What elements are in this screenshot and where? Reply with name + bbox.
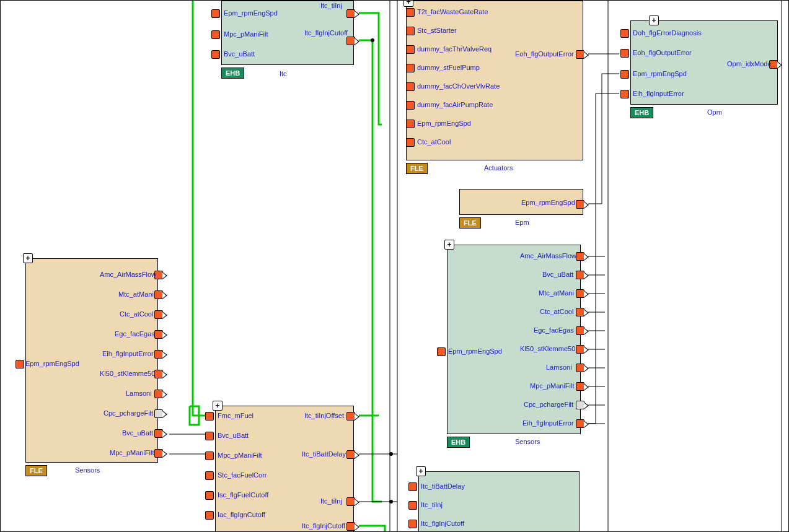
port-icon[interactable] [576,252,584,261]
port-icon[interactable] [205,432,214,440]
port-label: Bvc_uBatt [224,50,255,58]
port-icon[interactable] [211,30,220,39]
port-icon[interactable] [576,364,584,372]
port-label: Epm_rpmEngSpd [25,360,79,367]
port-icon[interactable] [406,8,415,17]
port-icon[interactable] [576,382,584,391]
port-icon[interactable] [346,9,355,18]
expand-button[interactable]: + [649,15,659,25]
port-label: Itc_tiBattDelay [302,450,346,458]
port-label: Itc_flgInjCutoff [302,522,345,530]
label-opm: Opm [707,108,722,116]
svg-point-15 [389,452,393,456]
port-label: Eih_flgInputError [102,350,154,357]
tag-fle-sensors: FLE [25,465,47,476]
port-icon[interactable] [620,70,629,79]
tag-ehb-itc: EHB [221,68,244,79]
port-icon[interactable] [406,120,415,128]
port-icon[interactable] [154,330,163,339]
label-epm: Epm [515,219,529,226]
port-label: Epm_rpmEngSpd [521,199,575,206]
port-label: Itc_tiInj [421,501,443,508]
port-label: dummy_stFuelPump [417,64,480,71]
port-icon[interactable] [154,290,163,299]
port-icon[interactable] [346,412,355,421]
label-sensors-left: Sensors [75,466,100,474]
port-icon[interactable] [346,497,355,506]
port-icon[interactable] [406,45,415,54]
port-icon[interactable] [576,401,584,409]
port-icon[interactable] [211,50,220,59]
port-icon[interactable] [346,37,355,45]
port-icon[interactable] [576,419,584,428]
port-icon[interactable] [437,347,446,356]
port-icon[interactable] [576,326,584,335]
port-icon[interactable] [154,310,163,319]
port-icon[interactable] [576,308,584,316]
expand-button[interactable]: + [23,253,33,263]
port-icon[interactable] [154,429,163,438]
port-label: Egc_facEgas [115,330,155,338]
port-icon[interactable] [406,82,415,91]
port-icon[interactable] [154,370,163,378]
port-label: Itc_flgInjCutoff [304,29,348,37]
port-icon[interactable] [406,27,415,35]
block-actuators[interactable] [406,1,583,160]
port-icon[interactable] [406,101,415,110]
port-label: Eoh_flgOutputError [633,49,692,56]
port-icon[interactable] [576,200,584,209]
expand-button[interactable]: + [416,466,426,476]
port-label: Itc_tiInj [320,497,342,505]
port-icon[interactable] [408,482,417,491]
port-label: Stc_stStarter [417,27,457,34]
port-icon[interactable] [154,390,163,398]
port-label: Itc_tiInj [320,2,342,9]
tag-ehb-opm: EHB [630,107,653,118]
port-label: Itc_tiInjOffset [304,412,344,419]
port-icon[interactable] [211,9,220,18]
port-icon[interactable] [406,64,415,72]
port-icon[interactable] [154,350,163,359]
port-icon[interactable] [205,451,214,460]
port-icon[interactable] [346,450,355,459]
diagram-canvas[interactable]: EHB Itc Epm_rpmEngSpd Mpc_pManiFilt Bvc_… [1,1,789,532]
tag-fle-epm: FLE [459,217,481,229]
port-label: Kl50_stKlemme50 [100,370,155,377]
port-icon[interactable] [576,289,584,298]
port-icon[interactable] [408,501,417,510]
port-icon[interactable] [205,511,214,520]
port-icon[interactable] [406,138,415,147]
port-icon[interactable] [154,409,163,418]
port-icon[interactable] [205,471,214,480]
port-icon[interactable] [15,360,24,368]
port-label: Kl50_stKlemme50 [520,345,575,352]
expand-button[interactable]: + [444,240,454,250]
port-icon[interactable] [346,522,355,531]
port-label: Stc_facFuelCorr [218,471,267,479]
expand-button[interactable]: + [213,401,223,411]
port-icon[interactable] [620,29,629,38]
port-label: Itc_tiBattDelay [421,482,465,490]
port-icon[interactable] [576,345,584,354]
port-label: Iac_flgIgnCutoff [218,511,265,518]
port-label: T2t_facWasteGateRate [417,8,488,15]
port-icon[interactable] [408,520,417,528]
port-label: Opm_idxMode [727,60,772,68]
port-label: Doh_flgErrorDiagnosis [633,29,702,37]
port-label: Mtc_atMani [118,290,154,298]
port-label: dummy_facChOverVlvRate [417,82,500,90]
port-label: dummy_facThrValveReq [417,45,491,53]
expand-button[interactable]: + [403,0,413,7]
svg-point-17 [371,38,374,42]
port-icon[interactable] [205,412,214,421]
port-label: Cpc_pchargeFilt [104,409,153,417]
port-icon[interactable] [576,50,584,59]
port-icon[interactable] [154,449,163,458]
port-icon[interactable] [576,271,584,279]
port-icon[interactable] [205,491,214,500]
port-icon[interactable] [620,49,629,58]
port-label: Bvc_uBatt [122,429,153,437]
port-label: Mpc_pManiFilt [224,30,268,38]
port-icon[interactable] [620,90,629,98]
port-label: Eoh_flgOutputError [515,50,574,58]
